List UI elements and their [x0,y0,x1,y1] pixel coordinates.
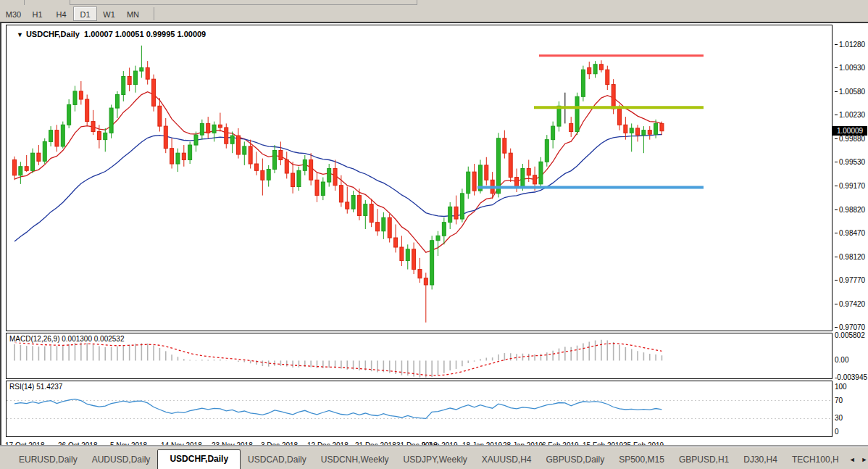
rsi-line [14,399,662,419]
chart-tab-dj30[interactable]: DJ30,H4 [736,451,785,469]
macd-label: MACD(12,26,9) 0.001300 0.002532 [9,335,124,343]
tab-scroll-right-button[interactable]: ► [859,452,868,469]
toolbar-groove [70,0,417,5]
rsi-axis-label: 100 [835,383,847,391]
chart-tab-gbpusd[interactable]: GBPUSD,Daily [539,451,612,469]
chart-window: ▼USDCHF,Daily 1.00007 1.00051 0.99995 1.… [0,22,868,445]
price-axis-label: 1.00930 [835,64,865,72]
price-axis-label: 0.97070 [835,323,865,331]
chart-tab-xauusd[interactable]: XAUUSD,H4 [475,451,539,469]
price-axis-label: 0.99880 [835,135,865,143]
chart-tab-usdcnh[interactable]: USDCNH,Weekly [314,451,396,469]
chart-tab-sp500[interactable]: SP500,M15 [612,451,672,469]
rsi-label: RSI(14) 51.4237 [9,383,62,391]
timeframe-button-d1[interactable]: D1 [73,7,97,21]
chart-tab-usdjpy[interactable]: USDJPY,Weekly [396,451,475,469]
chart-tab-gbpusd[interactable]: GBPUSD,H1 [672,451,736,469]
price-axis-label: 0.99170 [835,182,865,190]
chart-tab-tech100[interactable]: TECH100,H [785,451,846,469]
rsi-axis-label: 0 [835,428,839,436]
price-axis-label: 1.01280 [835,41,865,49]
price-axis-label: 0.98470 [835,229,865,237]
toolbar-remnant [0,0,868,6]
rsi-axis-label: 70 [835,397,843,404]
price-axis-label: 1.00580 [835,88,865,96]
rsi-axis-label: 30 [835,414,843,422]
rsi-indicator-panel[interactable]: RSI(14) 51.4237 [6,381,832,437]
macd-axis-label: 0.00 [835,356,848,364]
current-price-tag: 1.00009 [832,126,867,136]
price-axis-label: 0.97770 [835,276,865,284]
timeframe-button-mn[interactable]: MN [121,7,145,21]
macd-axis-label: 0.005802 [835,331,865,339]
price-chart-panel[interactable]: ▼USDCHF,Daily 1.00007 1.00051 0.99995 1.… [6,25,832,331]
chart-tab-usdchf[interactable]: USDCHF,Daily [157,449,241,469]
toolbar-separator [24,0,25,5]
candlestick-chart-canvas[interactable] [7,25,832,331]
price-axis-label: 0.97420 [835,300,865,308]
macd-axis-label: -0.003945 [835,373,867,381]
timeframe-button-h1[interactable]: H1 [25,7,49,21]
toolbar-separator [154,7,154,20]
rsi-chart-canvas[interactable] [7,381,832,436]
timeframe-button-w1[interactable]: W1 [97,7,121,21]
timeframe-button-h4[interactable]: H4 [49,7,73,21]
timeframe-button-m30[interactable]: M30 [1,7,25,21]
timeframe-toolbar: M30H1H4D1W1MN [0,6,868,22]
price-axis-label: 0.98820 [835,206,865,214]
price-axis-label: 0.98120 [835,253,865,261]
chart-tab-bar: EURUSD,DailyAUDUSD,DailyUSDCHF,DailyUSDC… [0,447,868,469]
macd-chart-canvas[interactable] [7,333,832,378]
price-axis-label: 1.00230 [835,111,865,119]
chart-tab-eurusd[interactable]: EURUSD,Daily [12,451,85,469]
chart-tab-usdcad[interactable]: USDCAD,Daily [241,451,314,469]
price-axis[interactable]: 1.00009 1.012801.009301.005801.002300.99… [832,23,868,445]
price-axis-label: 0.99530 [835,158,865,166]
macd-indicator-panel[interactable]: MACD(12,26,9) 0.001300 0.002532 [6,333,832,379]
chart-tab-audusd[interactable]: AUDUSD,Daily [85,451,158,469]
tab-scroll-left-button[interactable]: ◄ [846,452,859,469]
